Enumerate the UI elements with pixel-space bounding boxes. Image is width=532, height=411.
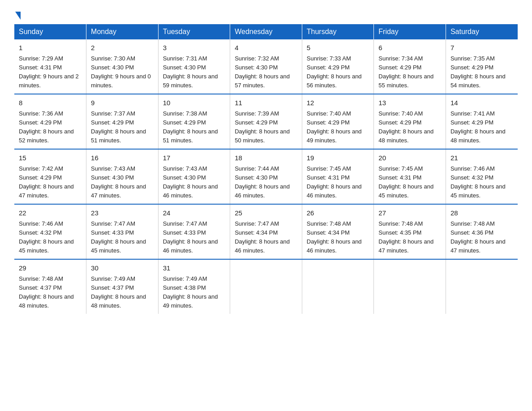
calendar-cell: 19Sunrise: 7:45 AMSunset: 4:31 PMDayligh… xyxy=(302,149,374,204)
day-info: Sunrise: 7:47 AMSunset: 4:34 PMDaylight:… xyxy=(235,219,297,256)
day-info: Sunrise: 7:47 AMSunset: 4:33 PMDaylight:… xyxy=(91,219,154,256)
day-info: Sunrise: 7:37 AMSunset: 4:29 PMDaylight:… xyxy=(91,109,154,146)
calendar-cell: 23Sunrise: 7:47 AMSunset: 4:33 PMDayligh… xyxy=(86,204,159,259)
logo-arrow-icon xyxy=(15,12,21,20)
calendar-cell: 4Sunrise: 7:32 AMSunset: 4:30 PMDaylight… xyxy=(230,39,302,94)
calendar-cell: 21Sunrise: 7:46 AMSunset: 4:32 PMDayligh… xyxy=(446,149,518,204)
calendar-body: 1Sunrise: 7:29 AMSunset: 4:31 PMDaylight… xyxy=(14,39,518,314)
day-number: 4 xyxy=(235,43,297,53)
day-number: 20 xyxy=(378,153,441,163)
calendar-week-row: 15Sunrise: 7:42 AMSunset: 4:29 PMDayligh… xyxy=(14,149,518,204)
calendar-cell: 16Sunrise: 7:43 AMSunset: 4:30 PMDayligh… xyxy=(86,149,159,204)
calendar-cell: 11Sunrise: 7:39 AMSunset: 4:29 PMDayligh… xyxy=(230,94,302,149)
page-header xyxy=(14,11,518,19)
day-info: Sunrise: 7:41 AMSunset: 4:29 PMDaylight:… xyxy=(450,109,513,146)
day-info: Sunrise: 7:48 AMSunset: 4:37 PMDaylight:… xyxy=(19,274,82,311)
calendar-cell: 9Sunrise: 7:37 AMSunset: 4:29 PMDaylight… xyxy=(86,94,159,149)
day-info: Sunrise: 7:40 AMSunset: 4:29 PMDaylight:… xyxy=(378,109,441,146)
day-number: 31 xyxy=(163,263,226,274)
calendar-cell xyxy=(374,259,446,314)
day-number: 10 xyxy=(163,98,226,108)
calendar-cell xyxy=(446,259,518,314)
calendar-cell: 12Sunrise: 7:40 AMSunset: 4:29 PMDayligh… xyxy=(302,94,374,149)
day-number: 27 xyxy=(378,208,441,218)
calendar-cell: 5Sunrise: 7:33 AMSunset: 4:29 PMDaylight… xyxy=(302,39,374,94)
day-info: Sunrise: 7:32 AMSunset: 4:30 PMDaylight:… xyxy=(235,54,297,90)
header-sunday: Sunday xyxy=(14,24,86,39)
calendar-cell: 22Sunrise: 7:46 AMSunset: 4:32 PMDayligh… xyxy=(14,204,86,259)
calendar-cell: 18Sunrise: 7:44 AMSunset: 4:30 PMDayligh… xyxy=(230,149,302,204)
header-wednesday: Wednesday xyxy=(230,24,302,39)
calendar-cell: 8Sunrise: 7:36 AMSunset: 4:29 PMDaylight… xyxy=(14,94,86,149)
day-number: 29 xyxy=(19,263,82,274)
day-info: Sunrise: 7:33 AMSunset: 4:29 PMDaylight:… xyxy=(307,54,369,90)
day-number: 28 xyxy=(450,208,513,218)
day-number: 1 xyxy=(19,43,82,53)
calendar-cell: 15Sunrise: 7:42 AMSunset: 4:29 PMDayligh… xyxy=(14,149,86,204)
calendar-cell: 30Sunrise: 7:49 AMSunset: 4:37 PMDayligh… xyxy=(86,259,159,314)
calendar-cell: 25Sunrise: 7:47 AMSunset: 4:34 PMDayligh… xyxy=(230,204,302,259)
calendar-cell: 14Sunrise: 7:41 AMSunset: 4:29 PMDayligh… xyxy=(446,94,518,149)
header-thursday: Thursday xyxy=(302,24,374,39)
day-info: Sunrise: 7:40 AMSunset: 4:29 PMDaylight:… xyxy=(307,109,369,146)
day-number: 21 xyxy=(450,153,513,163)
day-number: 23 xyxy=(91,208,154,218)
calendar-table: Sunday Monday Tuesday Wednesday Thursday… xyxy=(14,24,518,314)
calendar-cell: 26Sunrise: 7:48 AMSunset: 4:34 PMDayligh… xyxy=(302,204,374,259)
calendar-week-row: 22Sunrise: 7:46 AMSunset: 4:32 PMDayligh… xyxy=(14,204,518,259)
day-info: Sunrise: 7:36 AMSunset: 4:29 PMDaylight:… xyxy=(19,109,82,146)
calendar-header: Sunday Monday Tuesday Wednesday Thursday… xyxy=(14,24,518,39)
day-info: Sunrise: 7:48 AMSunset: 4:35 PMDaylight:… xyxy=(378,219,441,256)
header-monday: Monday xyxy=(86,24,159,39)
calendar-cell: 7Sunrise: 7:35 AMSunset: 4:29 PMDaylight… xyxy=(446,39,518,94)
day-number: 5 xyxy=(307,43,369,53)
day-number: 3 xyxy=(163,43,226,53)
calendar-week-row: 29Sunrise: 7:48 AMSunset: 4:37 PMDayligh… xyxy=(14,259,518,314)
logo xyxy=(14,11,21,19)
calendar-cell: 17Sunrise: 7:43 AMSunset: 4:30 PMDayligh… xyxy=(158,149,230,204)
day-number: 12 xyxy=(307,98,369,108)
calendar-cell: 24Sunrise: 7:47 AMSunset: 4:33 PMDayligh… xyxy=(158,204,230,259)
calendar-week-row: 8Sunrise: 7:36 AMSunset: 4:29 PMDaylight… xyxy=(14,94,518,149)
day-number: 15 xyxy=(19,153,82,163)
day-number: 6 xyxy=(378,43,441,53)
calendar-cell: 2Sunrise: 7:30 AMSunset: 4:30 PMDaylight… xyxy=(86,39,159,94)
day-number: 2 xyxy=(91,43,154,53)
calendar-cell: 31Sunrise: 7:49 AMSunset: 4:38 PMDayligh… xyxy=(158,259,230,314)
day-number: 25 xyxy=(235,208,297,218)
header-friday: Friday xyxy=(374,24,446,39)
calendar-cell: 3Sunrise: 7:31 AMSunset: 4:30 PMDaylight… xyxy=(158,39,230,94)
day-info: Sunrise: 7:46 AMSunset: 4:32 PMDaylight:… xyxy=(19,219,82,256)
day-info: Sunrise: 7:47 AMSunset: 4:33 PMDaylight:… xyxy=(163,219,226,256)
day-number: 13 xyxy=(378,98,441,108)
day-number: 7 xyxy=(450,43,513,53)
day-info: Sunrise: 7:31 AMSunset: 4:30 PMDaylight:… xyxy=(163,54,226,90)
day-info: Sunrise: 7:48 AMSunset: 4:36 PMDaylight:… xyxy=(450,219,513,256)
day-info: Sunrise: 7:30 AMSunset: 4:30 PMDaylight:… xyxy=(91,54,154,90)
day-info: Sunrise: 7:45 AMSunset: 4:31 PMDaylight:… xyxy=(307,164,369,201)
day-info: Sunrise: 7:44 AMSunset: 4:30 PMDaylight:… xyxy=(235,164,297,201)
calendar-cell: 6Sunrise: 7:34 AMSunset: 4:29 PMDaylight… xyxy=(374,39,446,94)
calendar-cell: 20Sunrise: 7:45 AMSunset: 4:31 PMDayligh… xyxy=(374,149,446,204)
calendar-cell: 1Sunrise: 7:29 AMSunset: 4:31 PMDaylight… xyxy=(14,39,86,94)
header-tuesday: Tuesday xyxy=(158,24,230,39)
header-row: Sunday Monday Tuesday Wednesday Thursday… xyxy=(14,24,518,39)
day-info: Sunrise: 7:43 AMSunset: 4:30 PMDaylight:… xyxy=(91,164,154,201)
day-number: 14 xyxy=(450,98,513,108)
day-number: 16 xyxy=(91,153,154,163)
day-number: 22 xyxy=(19,208,82,218)
day-info: Sunrise: 7:46 AMSunset: 4:32 PMDaylight:… xyxy=(450,164,513,201)
day-number: 24 xyxy=(163,208,226,218)
calendar-cell: 28Sunrise: 7:48 AMSunset: 4:36 PMDayligh… xyxy=(446,204,518,259)
day-info: Sunrise: 7:48 AMSunset: 4:34 PMDaylight:… xyxy=(307,219,369,256)
calendar-cell xyxy=(230,259,302,314)
day-info: Sunrise: 7:29 AMSunset: 4:31 PMDaylight:… xyxy=(19,54,82,90)
day-info: Sunrise: 7:39 AMSunset: 4:29 PMDaylight:… xyxy=(235,109,297,146)
header-saturday: Saturday xyxy=(446,24,518,39)
day-info: Sunrise: 7:34 AMSunset: 4:29 PMDaylight:… xyxy=(378,54,441,90)
day-info: Sunrise: 7:42 AMSunset: 4:29 PMDaylight:… xyxy=(19,164,82,201)
day-number: 17 xyxy=(163,153,226,163)
day-info: Sunrise: 7:45 AMSunset: 4:31 PMDaylight:… xyxy=(378,164,441,201)
calendar-cell: 13Sunrise: 7:40 AMSunset: 4:29 PMDayligh… xyxy=(374,94,446,149)
calendar-week-row: 1Sunrise: 7:29 AMSunset: 4:31 PMDaylight… xyxy=(14,39,518,94)
